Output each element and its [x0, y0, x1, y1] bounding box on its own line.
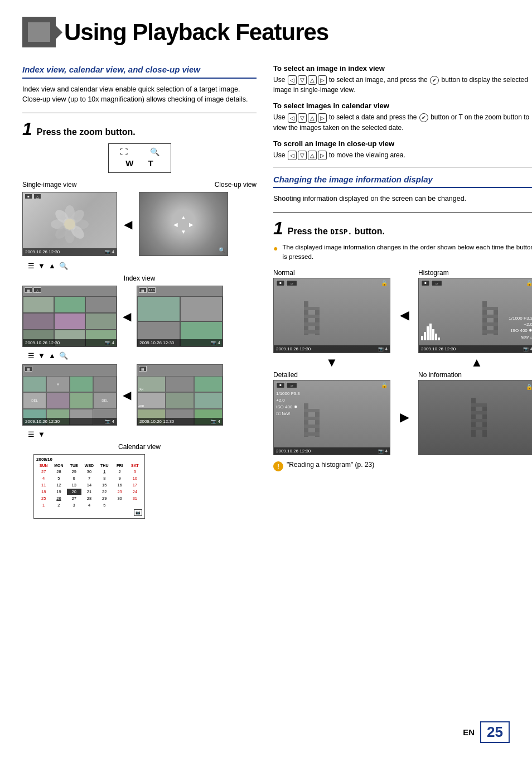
nav-zoom-icon: 🔍 [59, 262, 68, 270]
no-info-screen: 🔒 [418, 380, 532, 455]
cal-w3-6: 16 [112, 482, 127, 488]
nav-btn-sym-11: △ [308, 151, 317, 160]
single-image-label: Single-image view [22, 181, 76, 189]
idx2r-bottom: 2009.10.26 12:30 📷 4 [137, 418, 223, 425]
cal-w2-6: 9 [112, 475, 127, 481]
zoom-t-label: T [148, 158, 153, 168]
thumb-1 [23, 296, 54, 313]
screen-bottom-bar: 2009.10.26 12:30 📷 4 [23, 248, 117, 255]
cal-w2-1: 4 [36, 475, 51, 481]
zoom-indicator: 🔍 [219, 247, 225, 253]
cal-w3-7: 17 [128, 482, 142, 488]
nav-arrow-up: ▲ [49, 262, 56, 270]
cal-w2-5: 8 [97, 475, 112, 481]
arrow-up-histogram: ▲ [418, 355, 532, 370]
histogram-screen: ■ ▱ 🔒 [418, 278, 532, 353]
cal-w4-5: 22 [97, 489, 112, 495]
index-mode-icon: ▦ [25, 287, 32, 293]
cal-w3-2: 12 [51, 482, 66, 488]
page-header: Using Playback Features [22, 17, 510, 47]
index-screen-right-2: ▦ JAN APR JUL 2009.10.26 12:3 [137, 364, 223, 426]
detailed-label: Detailed [273, 371, 390, 379]
thumb-2 [54, 296, 85, 313]
cal-w5-4: 28 [82, 495, 96, 502]
cal-w6-4: 4 [82, 502, 96, 508]
cal-tue: TUE [67, 463, 81, 468]
index-bottom-bar-right: 2009.10.26 12:30 📷 4 [137, 339, 223, 346]
cal-w1-1: 27 [36, 469, 51, 475]
cal-w1-2: 28 [51, 469, 66, 475]
disp-btn-label: DISP. [330, 228, 352, 236]
hist-bottom-bar: 2009.10.26 12:30 📷 4 [419, 345, 532, 353]
divider-1 [22, 113, 257, 113]
calendar-container: 2009/10 SUN MON TUE WED THU FRI SAT 27 2… [33, 454, 257, 519]
cal-w3-3: 13 [67, 482, 81, 488]
changing-heading: Changing the image information display [273, 174, 532, 189]
changing-intro: Shooting information displayed on the sc… [273, 194, 532, 204]
cal-mon: MON [51, 463, 66, 468]
nav-btn-sym-2: ▽ [298, 75, 307, 85]
select-calendar-body: Use ◁▽△▷ to select a date and press the … [273, 112, 532, 132]
cal-w2-4: 7 [82, 475, 96, 481]
cal-w2-2: 5 [51, 475, 66, 481]
divider-right-1 [273, 167, 532, 167]
zoom-w-label: W [125, 158, 133, 168]
flower-image [23, 192, 117, 255]
histogram-label: Histogram [418, 269, 532, 277]
cal-grid: SUN MON TUE WED THU FRI SAT 27 28 29 30 … [36, 463, 142, 508]
cal-w6-7 [128, 502, 142, 508]
hist-lock: 🔒 [526, 280, 532, 286]
step1-right-heading: 1 Press the DISP. button. [273, 219, 532, 237]
zoom-box: ⛶ 🔍 W T [108, 143, 171, 173]
arrow-detailed-noinfo: ▶ [390, 410, 418, 425]
zoom-labels-row: W T [125, 158, 153, 168]
stairs-noinfo [419, 380, 532, 455]
battery-icon: △ [33, 194, 41, 199]
svg-rect-25 [304, 417, 320, 420]
svg-rect-32 [471, 419, 487, 422]
step-label: Press the zoom button. [37, 127, 136, 137]
cal-w6-3: 3 [67, 502, 81, 508]
bullet-dot: ● [273, 244, 278, 253]
cal-counter: 📷 [134, 509, 142, 516]
right-column: To select an image in index view Use ◁▽△… [273, 64, 532, 519]
cal-w5-5: 29 [97, 495, 112, 502]
chapter-icon [22, 17, 56, 47]
single-image-screen: ■ △ 2009.10.26 12:30 📷 4 [22, 192, 117, 256]
cal-w6-6 [112, 502, 127, 508]
nav-btn-sym-10: ▽ [298, 151, 307, 160]
display-labels-row: Normal Histogram [273, 269, 532, 277]
bottom-screens-row: ■ ▱ 🔒 1/1000 F3.3 +2.0 ISO 400 ✸ □□ NᴇW … [273, 380, 532, 455]
svg-rect-33 [471, 427, 487, 430]
calendar-screen: 2009/10 SUN MON TUE WED THU FRI SAT 27 2… [33, 454, 145, 519]
index-bottom-bar-left: 2009.10.26 12:30 📷 4 [23, 339, 117, 346]
step-label-right: Press the DISP. button. [288, 226, 385, 237]
nav-arrows-3: ☰ ▼ [28, 430, 257, 438]
select-index-heading: To select an image in index view [273, 64, 532, 73]
nav-btn-sym-8: ▷ [318, 113, 327, 123]
cal-thu: THU [97, 463, 112, 468]
arrow-right-1: ◀ [124, 218, 132, 231]
scroll-closeup-body: Use ◁▽△▷ to move the viewing area. [273, 150, 532, 160]
arrow-left-index: ◀ [123, 310, 131, 323]
cal-w5-2: 26 [51, 495, 66, 502]
zoom-in-icon: 🔍 [150, 147, 159, 156]
ref-note-text: "Reading a histogram" (p. 23) [287, 461, 374, 469]
thumb-6 [85, 313, 117, 330]
step-number-right: 1 [273, 219, 283, 237]
index-battery-icon: △ [33, 287, 41, 293]
histogram-bars [421, 324, 440, 340]
nav-grid-icon-2: ☰ [28, 351, 35, 360]
cal-w4-4: 21 [82, 489, 96, 495]
top-screens-row: ■ ▱ 🔒 2009.10.26 12:30 📷 4 ◀ [273, 278, 532, 353]
views-row: ■ △ 2009.10.26 12:30 📷 4 ◀ [22, 192, 257, 256]
normal-bottom-bar: 2009.10.26 12:30 📷 4 [274, 345, 390, 353]
index-screen-right: ▦ 110 2009.10.26 12:30 📷 4 [137, 286, 223, 347]
svg-rect-30 [471, 403, 487, 407]
index-screen-left-2: ▦ A DEL DEL [22, 364, 117, 426]
cal-w4-6: 23 [112, 489, 127, 495]
zoom-diagram: ⛶ 🔍 W T [22, 143, 257, 173]
cal-w1-6: 2 [112, 469, 127, 475]
screen-date: 2009.10.26 12:30 [25, 249, 60, 254]
cal-month: 2009/10 [36, 457, 52, 462]
